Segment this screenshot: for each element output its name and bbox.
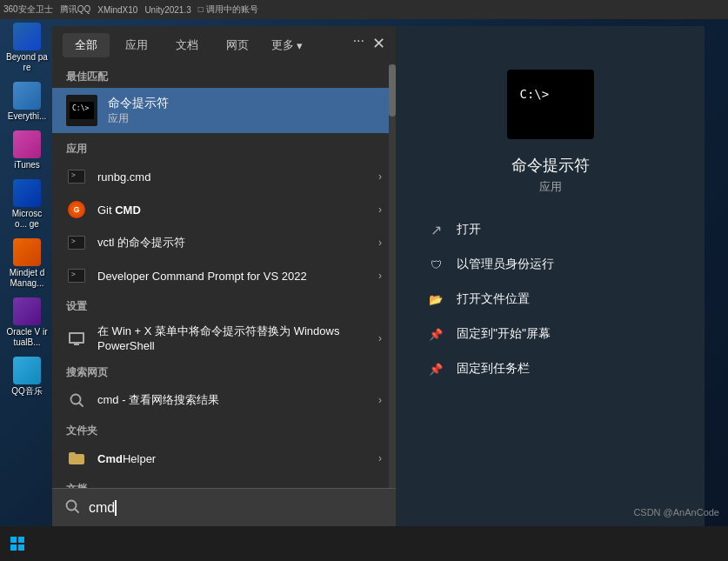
app-item-runbg[interactable]: runbg.cmd ›	[52, 160, 396, 193]
svg-point-2	[67, 500, 77, 510]
desktop-icon-label-beyond: Beyond pare	[6, 52, 48, 73]
folder-item-name: CmdHelper	[97, 452, 378, 465]
close-button[interactable]: ✕	[368, 33, 389, 54]
search-panel: 全部 应用 文档 网页 更多 ▾ ··· ✕ 最佳匹配 命令提	[52, 26, 396, 526]
svg-rect-5	[18, 537, 24, 543]
top-bar-item-4: Unity2021.3	[144, 5, 190, 15]
tab-app[interactable]: 应用	[113, 33, 160, 57]
action-pin-start[interactable]: 固定到"开始"屏幕	[413, 317, 687, 351]
app-name-devprompt: Developer Command Prompt for VS 2022	[97, 270, 378, 283]
top-bar-item-1: 360安全卫士	[3, 3, 53, 16]
detail-app-type: 应用	[539, 179, 562, 195]
tab-all[interactable]: 全部	[63, 33, 110, 57]
section-apps: 应用	[52, 135, 396, 160]
search-query[interactable]: cmd	[89, 500, 115, 516]
svg-line-1	[80, 404, 83, 407]
action-label-pin-start: 固定到"开始"屏幕	[457, 326, 551, 342]
taskbar	[0, 526, 728, 561]
section-settings: 设置	[52, 292, 396, 317]
svg-point-0	[71, 395, 81, 404]
cmd-icon-sm-runbg	[66, 166, 87, 187]
svg-rect-6	[10, 544, 17, 551]
action-label-admin: 以管理员身份运行	[457, 257, 554, 272]
section-web: 搜索网页	[52, 358, 396, 384]
svg-line-3	[76, 509, 79, 512]
section-folder: 文件夹	[52, 417, 396, 442]
desktop-icon-label-ms: Microsco... ge	[6, 209, 48, 230]
tab-more[interactable]: 更多 ▾	[264, 33, 310, 57]
app-name-gitcmd: Git Git CMDCMD	[97, 204, 378, 217]
desktop-icon-label-qq: QQ音乐	[11, 386, 43, 397]
desktop-icon-ms[interactable]: Microsco... ge	[4, 176, 50, 233]
desktop-icon-oracle[interactable]: Oracle V irtualB...	[4, 294, 50, 351]
desktop-icon-itunes[interactable]: iTunes	[4, 127, 50, 174]
windows-icon	[10, 536, 25, 551]
desktop-icon-label-itunes: iTunes	[14, 160, 40, 170]
action-open[interactable]: 打开	[413, 212, 687, 247]
search-box: cmd	[52, 488, 396, 526]
settings-name-powershell: 在 Win + X 菜单中将命令提示符替换为 Windows PowerShel…	[97, 324, 378, 352]
section-best-match: 最佳匹配	[52, 63, 396, 88]
app-item-gitcmd[interactable]: G Git Git CMDCMD ›	[52, 193, 396, 226]
tab-ellipsis-btn[interactable]: ···	[353, 33, 364, 49]
desktop-icon-label-oracle: Oracle V irtualB...	[6, 327, 48, 348]
desktop-icon-qq[interactable]: QQ音乐	[4, 353, 50, 400]
best-match-type: 应用	[108, 111, 169, 126]
cmd-icon-sm-devprompt	[66, 265, 87, 286]
arrow-devprompt: ›	[378, 270, 382, 282]
cmd-icon-large	[66, 95, 97, 126]
action-label-location: 打开文件位置	[457, 291, 530, 307]
tab-doc[interactable]: 文档	[164, 33, 210, 57]
desktop-icon-every[interactable]: Everythi...	[4, 78, 50, 125]
arrow-gitcmd: ›	[378, 204, 382, 216]
pin-task-icon	[427, 360, 444, 377]
svg-rect-4	[10, 537, 17, 543]
desktop-icon-label-mindjet: Mindjet dManag...	[6, 268, 48, 289]
search-icon	[64, 498, 80, 518]
web-search-item[interactable]: cmd - 查看网络搜索结果 ›	[52, 384, 396, 417]
open-icon	[427, 221, 444, 238]
desktop-icon-mindjet[interactable]: Mindjet dManag...	[4, 235, 50, 292]
arrow-web: ›	[378, 394, 382, 406]
top-bar-item-2: 腾讯QQ	[60, 3, 91, 16]
best-match-name: 命令提示符	[108, 96, 169, 111]
watermark: CSDN @AnAnCode	[633, 507, 719, 518]
app-item-vctl[interactable]: vctl 的命令提示符 ›	[52, 226, 396, 259]
app-name-vctl: vctl 的命令提示符	[97, 235, 378, 250]
folder-item-cmdhelper[interactable]: CmdHelper ›	[52, 442, 396, 475]
arrow-runbg: ›	[378, 170, 382, 183]
desktop-icon-beyond[interactable]: Beyond pare	[4, 19, 50, 77]
admin-icon	[427, 256, 444, 273]
action-pin-taskbar[interactable]: 固定到任务栏	[413, 351, 687, 386]
search-cursor	[115, 500, 117, 516]
scroll-thumb	[389, 64, 396, 117]
folder-loc-icon	[427, 291, 444, 308]
arrow-vctl: ›	[378, 237, 382, 249]
settings-item-powershell[interactable]: 在 Win + X 菜单中将命令提示符替换为 Windows PowerShel…	[52, 317, 396, 358]
pin-start-icon	[427, 325, 444, 343]
tab-web[interactable]: 网页	[214, 33, 261, 57]
arrow-settings: ›	[378, 332, 382, 344]
detail-actions: 打开 以管理员身份运行 打开文件位置 固定到"开始"屏幕 固定到任务栏	[396, 212, 705, 386]
top-bar-item-5: □ 调用中的账号	[198, 3, 258, 16]
detail-panel: 命令提示符 应用 打开 以管理员身份运行 打开文件位置 固定到"开始"屏幕	[396, 26, 705, 526]
folder-icon-sm	[66, 448, 87, 469]
git-icon-sm: G	[66, 199, 87, 220]
web-search-name: cmd - 查看网络搜索结果	[97, 392, 378, 408]
action-label-open: 打开	[457, 222, 481, 237]
app-item-devprompt[interactable]: Developer Command Prompt for VS 2022 ›	[52, 259, 396, 292]
action-open-location[interactable]: 打开文件位置	[413, 282, 687, 317]
detail-app-icon	[507, 70, 594, 139]
svg-rect-7	[18, 544, 24, 551]
arrow-folder: ›	[378, 452, 382, 464]
best-match-item[interactable]: 命令提示符 应用	[52, 88, 396, 133]
action-label-pin-taskbar: 固定到任务栏	[457, 361, 530, 377]
desktop-icons: Beyond pare Everythi... iTunes Microsco.…	[4, 19, 50, 400]
top-bar: 360安全卫士 腾讯QQ XMindX10 Unity2021.3 □ 调用中的…	[0, 0, 728, 19]
start-button[interactable]	[0, 526, 35, 561]
action-run-admin[interactable]: 以管理员身份运行	[413, 247, 687, 282]
top-bar-item-3: XMindX10	[97, 5, 137, 15]
app-name-runbg: runbg.cmd	[97, 170, 378, 184]
detail-app-name: 命令提示符	[511, 155, 590, 176]
tabs-row: 全部 应用 文档 网页 更多 ▾ ··· ✕	[52, 26, 396, 63]
